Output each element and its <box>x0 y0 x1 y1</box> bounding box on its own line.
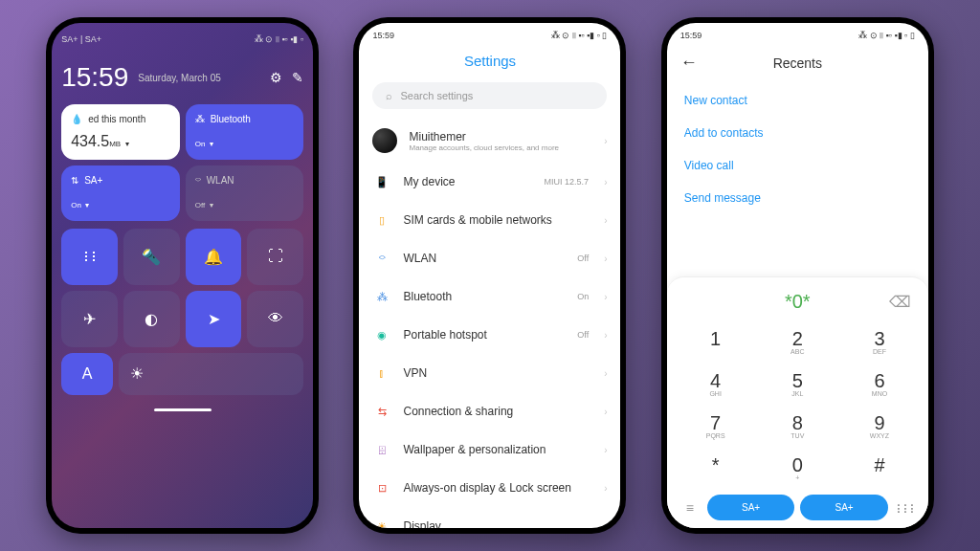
row-icon: ◉ <box>372 325 391 344</box>
edit-icon[interactable]: ✎ <box>292 70 303 85</box>
dialpad-key[interactable]: 8TUV <box>756 405 838 447</box>
chevron-right-icon: › <box>604 368 607 379</box>
context-menu-item[interactable]: New contact <box>680 84 915 117</box>
menu-icon[interactable]: ≡ <box>679 500 702 516</box>
bluetooth-icon: ⁂ <box>195 114 205 124</box>
flashlight-tile[interactable]: 🔦 <box>123 229 180 285</box>
chevron-right-icon: › <box>604 330 607 341</box>
chevron-right-icon: › <box>604 521 607 529</box>
avatar <box>372 128 397 153</box>
back-button[interactable]: ← <box>680 53 698 73</box>
wifi-icon: ⌔ <box>195 175 201 186</box>
settings-row[interactable]: ⫿ VPN › <box>359 354 620 392</box>
call-sim2-button[interactable]: SA+ <box>800 495 888 520</box>
chevron-right-icon: › <box>604 215 607 226</box>
vibrate-icon: ⫶⫶ <box>82 248 98 265</box>
location-tile[interactable]: ➤ <box>186 291 242 347</box>
settings-row[interactable]: ⁂ Bluetooth On › <box>359 277 620 316</box>
settings-row[interactable]: ☀ Display › <box>359 507 620 528</box>
row-label: Always-on display & Lock screen <box>403 481 592 495</box>
phone-3: 15:59 ⁂ ⊙ ⫴ ▪▫ ▪▮ ▫ ▯ ← Recents New cont… <box>661 17 934 534</box>
row-icon: ⊡ <box>372 478 391 497</box>
settings-row[interactable]: ⇆ Connection & sharing › <box>359 392 620 430</box>
dialpad-key[interactable]: 0+ <box>756 447 838 489</box>
dialpad-key[interactable]: * <box>675 447 757 489</box>
settings-row[interactable]: 📱 My device MIUI 12.5.7 › <box>359 163 620 201</box>
location-icon: ➤ <box>208 310 220 328</box>
darkmode-tile[interactable]: ◐ <box>123 291 180 347</box>
airplane-tile[interactable]: ✈ <box>61 291 118 347</box>
brightness-slider[interactable]: ☀ <box>119 353 303 395</box>
dialpad-toggle-icon[interactable]: ⫶⫶⫶ <box>894 500 917 516</box>
row-label: SIM cards & mobile networks <box>403 213 592 227</box>
row-icon: ⌹ <box>372 440 391 459</box>
screenshot-tile[interactable]: ⛶ <box>247 229 303 285</box>
status-bar: 15:59 ⁂ ⊙ ⫴ ▪▫ ▪▮ ▫ ▯ <box>359 23 620 45</box>
droplet-icon: 💧 <box>71 114 82 124</box>
status-left: SA+ | SA+ <box>61 34 101 45</box>
clock-date: Saturday, March 05 <box>138 73 221 83</box>
dialpad-key[interactable]: # <box>838 447 921 489</box>
eye-icon: 👁 <box>268 310 283 327</box>
eye-tile[interactable]: 👁 <box>247 291 303 347</box>
row-icon: ⁂ <box>372 287 391 306</box>
page-title: Recents <box>773 55 822 71</box>
row-value: MIUI 12.5.7 <box>545 177 590 187</box>
row-value: Off <box>577 253 589 263</box>
screenshot-icon: ⛶ <box>268 248 283 265</box>
chevron-right-icon: › <box>604 253 607 264</box>
row-icon: ⌔ <box>372 249 391 268</box>
wlan-tile[interactable]: ⌔WLAN Off ▾ <box>186 165 304 221</box>
account-row[interactable]: Miuithemer Manage accounts, cloud servic… <box>359 119 620 163</box>
dialpad-key[interactable]: 6MNO <box>838 363 921 405</box>
flashlight-icon: 🔦 <box>142 248 161 266</box>
row-value: Off <box>577 330 589 340</box>
sim-tile[interactable]: ⇅SA+ On ▾ <box>61 165 180 221</box>
dialpad: *0* ⌫ 12ABC3DEF4GHI5JKL6MNO7PQRS8TUV9WXY… <box>667 276 928 528</box>
row-icon: ⇆ <box>372 402 391 421</box>
chevron-right-icon: › <box>604 177 607 187</box>
clock-time: 15:59 <box>61 62 128 93</box>
dialpad-key[interactable]: 4GHI <box>675 363 757 405</box>
row-icon: ▯ <box>372 210 391 230</box>
dialed-number: *0* <box>785 291 811 313</box>
bluetooth-tile[interactable]: ⁂Bluetooth On ▾ <box>186 104 304 160</box>
status-bar: SA+ | SA+ ⁂ ⊙ ⫴ ▪▫ ▪▮ ▫ <box>61 34 303 45</box>
context-menu-item[interactable]: Send message <box>680 182 915 214</box>
settings-row[interactable]: ◉ Portable hotspot Off › <box>359 316 620 354</box>
dialpad-key[interactable]: 3DEF <box>838 320 921 363</box>
phone-2: 15:59 ⁂ ⊙ ⫴ ▪▫ ▪▮ ▫ ▯ Settings ⌕ Search … <box>353 17 626 534</box>
call-sim1-button[interactable]: SA+ <box>707 495 795 520</box>
data-usage-tile[interactable]: 💧ed this month 434.5MB ▾ <box>61 104 180 160</box>
status-bar: 15:59 ⁂ ⊙ ⫴ ▪▫ ▪▮ ▫ ▯ <box>667 23 928 45</box>
backspace-button[interactable]: ⌫ <box>889 293 911 311</box>
row-icon: ☀ <box>372 517 391 528</box>
settings-icon[interactable]: ⚙ <box>270 70 282 85</box>
search-input[interactable]: ⌕ Search settings <box>372 82 607 109</box>
status-right: ⁂ ⊙ ⫴ ▪▫ ▪▮ ▫ <box>255 34 303 45</box>
page-title: Settings <box>359 45 620 77</box>
row-label: My device <box>403 175 532 188</box>
dialpad-key[interactable]: 2ABC <box>756 320 838 363</box>
dialpad-key[interactable]: 1 <box>675 320 757 363</box>
bell-icon: 🔔 <box>204 248 223 266</box>
dialpad-key[interactable]: 9WXYZ <box>838 405 921 447</box>
row-icon: 📱 <box>372 172 391 191</box>
settings-row[interactable]: ⌔ WLAN Off › <box>359 239 620 277</box>
context-menu-item[interactable]: Add to contacts <box>680 117 915 149</box>
chevron-right-icon: › <box>604 483 607 494</box>
chevron-right-icon: › <box>604 292 607 302</box>
row-value: On <box>577 292 589 301</box>
settings-row[interactable]: ▯ SIM cards & mobile networks › <box>359 201 620 239</box>
dialpad-key[interactable]: 5JKL <box>756 363 838 405</box>
drag-handle[interactable] <box>154 408 212 411</box>
row-label: Display <box>403 519 592 528</box>
settings-row[interactable]: ⌹ Wallpaper & personalization › <box>359 430 620 469</box>
settings-row[interactable]: ⊡ Always-on display & Lock screen › <box>359 469 620 507</box>
dialpad-key[interactable]: 7PQRS <box>675 405 757 447</box>
auto-brightness-tile[interactable]: A <box>61 353 113 395</box>
context-menu-item[interactable]: Video call <box>680 149 915 182</box>
airplane-icon: ✈ <box>83 310 96 328</box>
vibrate-tile[interactable]: ⫶⫶ <box>61 229 118 285</box>
dnd-tile[interactable]: 🔔 <box>186 229 242 285</box>
